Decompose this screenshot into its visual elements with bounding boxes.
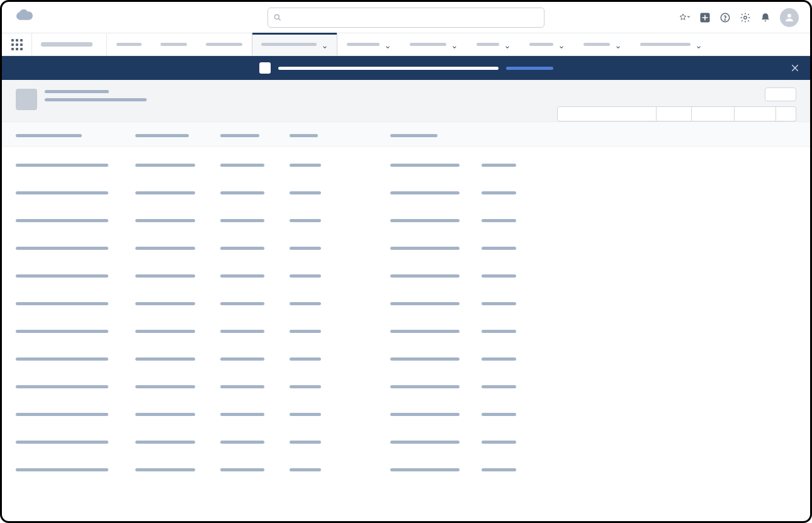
table-cell <box>135 407 220 419</box>
nav-tab[interactable] <box>400 33 467 55</box>
table-cell <box>390 352 482 363</box>
table-cell <box>482 213 532 225</box>
banner-link[interactable] <box>506 67 553 70</box>
chevron-down-icon[interactable] <box>504 42 510 48</box>
object-label <box>45 90 109 93</box>
nav-tab[interactable] <box>252 33 337 55</box>
table-cell <box>16 269 135 280</box>
header-action-segment[interactable] <box>776 106 796 121</box>
table-cell <box>220 324 290 335</box>
table-row[interactable] <box>16 213 796 225</box>
table-cell <box>135 241 220 252</box>
nav-tab-label <box>640 43 691 46</box>
table-cell <box>16 324 135 335</box>
cell-value <box>390 247 460 250</box>
cell-value <box>16 413 108 416</box>
help-icon[interactable] <box>719 12 731 23</box>
setup-gear-icon[interactable] <box>740 12 751 23</box>
table-row[interactable] <box>16 407 796 419</box>
global-actions-add-icon[interactable] <box>699 12 711 23</box>
page-title <box>45 98 147 101</box>
column-header[interactable] <box>390 134 437 137</box>
header-action-button[interactable] <box>765 87 796 101</box>
cell-value <box>135 191 195 194</box>
cell-value <box>482 191 516 194</box>
column-header[interactable] <box>220 134 259 137</box>
column-header[interactable] <box>135 134 189 137</box>
nav-tab[interactable] <box>467 33 520 55</box>
table-row[interactable] <box>16 186 796 197</box>
nav-tab[interactable] <box>337 33 400 55</box>
table-cell <box>390 186 482 197</box>
app-launcher-icon[interactable] <box>2 33 32 55</box>
table-row[interactable] <box>16 158 796 169</box>
cell-value <box>482 385 516 388</box>
global-search[interactable] <box>268 8 544 28</box>
cell-value <box>482 247 516 250</box>
table-row[interactable] <box>16 324 796 335</box>
global-search-input[interactable] <box>286 13 539 22</box>
nav-tab-label <box>206 43 242 46</box>
table-cell <box>16 241 135 252</box>
cell-value <box>220 468 264 471</box>
notifications-bell-icon[interactable] <box>760 12 771 23</box>
header-action-segment[interactable] <box>657 106 692 121</box>
chevron-down-icon[interactable] <box>451 42 458 48</box>
header-action-segment[interactable] <box>557 106 657 121</box>
nav-tab[interactable] <box>107 33 151 55</box>
svg-point-5 <box>725 20 725 20</box>
cell-value <box>290 441 321 444</box>
table-row[interactable] <box>16 352 796 363</box>
favorites-icon[interactable] <box>679 12 691 23</box>
table-cell <box>482 241 532 252</box>
header-action-segment[interactable] <box>692 106 735 121</box>
nav-tab[interactable] <box>520 33 574 55</box>
table-cell <box>220 352 290 363</box>
table-row[interactable] <box>16 296 796 308</box>
list-view-body <box>2 147 810 502</box>
table-cell <box>390 241 482 252</box>
cell-value <box>135 357 195 361</box>
cell-value <box>220 247 264 250</box>
table-row[interactable] <box>16 463 796 474</box>
cell-value <box>16 441 108 444</box>
chevron-down-icon[interactable] <box>615 42 621 48</box>
nav-tab[interactable] <box>574 33 631 55</box>
table-row[interactable] <box>16 269 796 280</box>
header-action-segment[interactable] <box>735 106 776 121</box>
chevron-down-icon[interactable] <box>558 42 565 48</box>
table-cell <box>220 407 290 419</box>
table-cell <box>290 186 390 197</box>
table-cell <box>290 269 390 280</box>
nav-tab-label <box>261 43 317 46</box>
nav-tab-label <box>584 43 610 46</box>
table-cell <box>290 380 390 391</box>
app-nav-bar <box>2 33 810 56</box>
cell-value <box>16 274 108 278</box>
banner-close-icon[interactable] <box>790 63 800 73</box>
nav-tab[interactable] <box>631 33 711 55</box>
table-cell <box>390 269 482 280</box>
table-cell <box>482 380 532 391</box>
chevron-down-icon[interactable] <box>322 42 328 48</box>
table-row[interactable] <box>16 380 796 391</box>
nav-tab[interactable] <box>151 33 196 55</box>
column-header[interactable] <box>16 134 82 137</box>
table-cell <box>16 213 135 225</box>
chevron-down-icon[interactable] <box>696 42 702 48</box>
table-cell <box>390 435 482 446</box>
table-cell <box>135 213 220 225</box>
table-row[interactable] <box>16 435 796 446</box>
table-cell <box>135 269 220 280</box>
table-cell <box>482 296 532 308</box>
user-avatar[interactable] <box>780 8 799 27</box>
cell-value <box>220 441 264 444</box>
column-header[interactable] <box>290 134 318 137</box>
cell-value <box>135 219 195 222</box>
svg-point-0 <box>274 14 279 19</box>
nav-tab[interactable] <box>196 33 252 55</box>
table-row[interactable] <box>16 241 796 252</box>
app-name-label <box>41 42 93 47</box>
chevron-down-icon[interactable] <box>385 42 391 48</box>
table-cell <box>220 186 290 197</box>
